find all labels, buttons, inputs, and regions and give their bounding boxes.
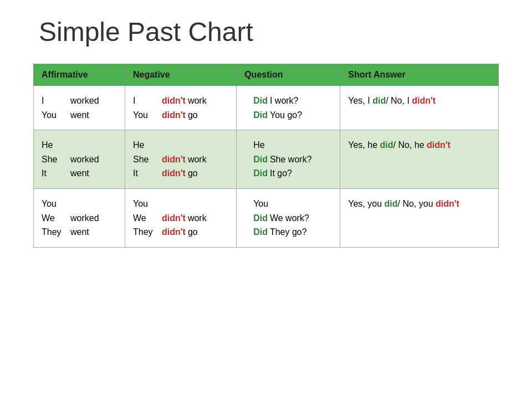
q-subject-I: I work?	[270, 94, 299, 108]
page-title: Simple Past Chart	[33, 17, 253, 47]
neg-subject-they: They	[133, 225, 160, 239]
did-q6: Did	[253, 225, 268, 239]
question-cell-1: Did I work? Did You go?	[237, 86, 340, 130]
subject-he: He	[42, 138, 68, 152]
question-cell-3: You Did We work? Did They go?	[237, 188, 340, 247]
subject-we: We	[42, 211, 68, 226]
didnt-1: didn't	[162, 94, 186, 108]
subject-she: She	[42, 152, 68, 167]
short-didnt-2: didn't	[427, 140, 451, 150]
neg-subject-he: He	[133, 138, 160, 152]
verb-worked-2: worked	[70, 152, 99, 167]
q-subject-we: We work?	[270, 211, 309, 226]
neg-verb-go-2: go	[188, 166, 198, 181]
verb-went-3: went	[70, 225, 89, 239]
short-didnt-3: didn't	[436, 199, 459, 208]
subject-I: I	[42, 94, 68, 108]
table-row: You We worked They went	[34, 188, 499, 247]
q-subject-she: She work?	[270, 152, 312, 167]
negative-cell-1: I didn't work You didn't go	[125, 86, 236, 130]
short-answer-cell-1: Yes, I did/ No, I didn't	[340, 86, 499, 130]
q-subject-you-1: You go?	[270, 108, 302, 122]
q-subject-they: They go?	[270, 225, 307, 239]
neg-verb-work-2: work	[188, 152, 207, 167]
neg-subject-you-1: You	[133, 108, 160, 122]
did-q5: Did	[253, 211, 268, 226]
didnt-she: didn't	[162, 152, 186, 167]
affirmative-cell-2: He She worked It went	[34, 130, 125, 189]
simple-past-chart: Affirmative Negative Question Short Answ…	[33, 64, 499, 248]
didnt-they: didn't	[162, 225, 186, 239]
short-yes-3: Yes, you	[348, 199, 384, 208]
short-did-1: did	[372, 96, 386, 105]
affirmative-cell-3: You We worked They went	[34, 188, 125, 247]
question-cell-2: He Did She work? Did It go?	[237, 130, 340, 189]
neg-verb-go-3: go	[188, 225, 198, 239]
verb-went: went	[70, 108, 89, 122]
verb-worked: worked	[70, 94, 99, 108]
verb-went-2: went	[70, 166, 89, 181]
q-subject-you-3: You	[253, 197, 268, 211]
short-sep-1: / No, I	[386, 96, 412, 105]
short-answer-cell-3: Yes, you did/ No, you didn't	[340, 188, 499, 247]
did-q3: Did	[253, 152, 268, 167]
table-header-row: Affirmative Negative Question Short Answ…	[34, 64, 499, 86]
neg-verb-work-3: work	[188, 211, 207, 226]
didnt-it: didn't	[162, 166, 186, 181]
neg-subject-I: I	[133, 94, 160, 108]
header-question: Question	[237, 64, 340, 86]
short-didnt-1: didn't	[412, 96, 436, 105]
table-row: He She worked It went	[34, 130, 499, 189]
header-affirmative: Affirmative	[34, 64, 125, 86]
negative-cell-3: You We didn't work They didn't go	[125, 188, 236, 247]
did-q1: Did	[253, 94, 268, 108]
short-did-3: did	[385, 199, 398, 208]
neg-subject-she: She	[133, 152, 160, 167]
didnt-we: didn't	[162, 211, 186, 226]
subject-it: It	[42, 166, 68, 181]
short-did-2: did	[380, 140, 393, 150]
didnt-2: didn't	[162, 108, 186, 122]
verb-worked-3: worked	[70, 211, 99, 226]
header-negative: Negative	[125, 64, 236, 86]
negative-cell-2: He She didn't work It didn't go	[125, 130, 236, 189]
short-answer-cell-2: Yes, he did/ No, he didn't	[340, 130, 499, 189]
subject-they: They	[42, 225, 68, 239]
subject-you-1: You	[42, 108, 68, 122]
q-subject-he: He	[253, 138, 264, 152]
table-row: I worked You went I	[34, 86, 499, 130]
short-sep-3: / No, you	[398, 199, 436, 208]
neg-verb-go-1: go	[188, 108, 198, 122]
affirmative-cell-1: I worked You went	[34, 86, 125, 130]
q-subject-it: It go?	[270, 166, 292, 181]
short-sep-2: / No, he	[393, 140, 427, 150]
subject-you-3: You	[42, 197, 68, 211]
short-yes-2: Yes, he	[348, 140, 380, 150]
did-q2: Did	[253, 108, 268, 122]
neg-subject-it: It	[133, 166, 160, 181]
neg-subject-you-3: You	[133, 197, 160, 211]
did-q4: Did	[253, 166, 268, 181]
neg-verb-work-1: work	[188, 94, 207, 108]
short-yes-1: Yes, I	[348, 96, 372, 105]
header-short-answer: Short Answer	[340, 64, 499, 86]
neg-subject-we: We	[133, 211, 160, 226]
chart-table-wrapper: Affirmative Negative Question Short Answ…	[33, 64, 499, 248]
